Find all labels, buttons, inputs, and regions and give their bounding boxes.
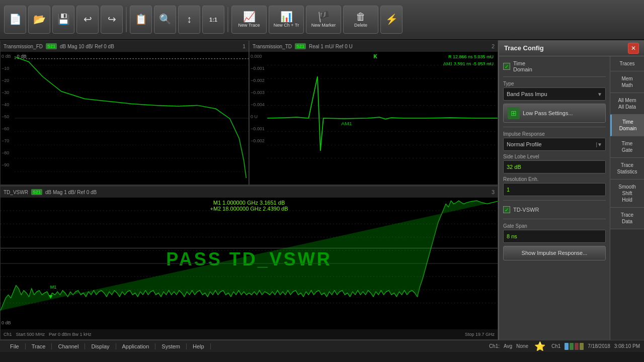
top-charts-row: Transmission_FD S21 dB Mag 10 dB/ Ref 0 … (0, 40, 498, 186)
menu-display[interactable]: Display (85, 343, 116, 349)
star-icon: ⭐ (534, 341, 545, 352)
toolbar: 📄 📂 💾 ↩ ↪ 📋 🔍 ↕ 1:1 📈 New Trace 📊 New Ch… (0, 0, 644, 40)
new-trace-icon: 📈 (243, 12, 256, 22)
type-select[interactable]: Band Pass Impu ▼ (503, 87, 606, 101)
sidebar-all-mem-button[interactable]: All MemAll Data (610, 93, 644, 115)
td-vswr-label: TD-VSWR (513, 207, 539, 213)
new-ch-tr-label: New Ch + Tr (274, 23, 299, 28)
panel-header: Trace Config ✕ (499, 40, 644, 56)
status-ch: Ch1: (489, 343, 500, 349)
normal-profile-value: Normal Profile (507, 141, 596, 147)
toolbar-separator (126, 7, 127, 32)
sidebar-trace-statistics-button[interactable]: TraceStatistics (610, 158, 644, 179)
new-file-button[interactable]: 📄 (4, 6, 26, 34)
channel-indicator (565, 343, 584, 350)
sidebar-smooth-shift-hold-button[interactable]: SmoothShiftHold (610, 179, 644, 208)
main-area: Transmission_FD S21 dB Mag 10 dB/ Ref 0 … (0, 40, 644, 340)
type-value: Band Pass Impu (507, 91, 597, 97)
chart-fd-body: 0 dB −10 −20 −30 −40 −50 −60 −70 −80 −90 (1, 52, 249, 185)
impulse-profile-select[interactable]: Normal Profile |▼ (503, 138, 606, 151)
chart-fd-header: Transmission_FD S21 dB Mag 10 dB/ Ref 0 … (1, 41, 249, 52)
new-marker-label: New Marker (311, 23, 336, 28)
save-icon: 💾 (57, 14, 70, 24)
chart-transmission-td[interactable]: Transmission_TD S21 Real 1 mU/ Ref 0 U 2… (249, 40, 498, 185)
show-impulse-button[interactable]: Show Impulse Response... (503, 246, 606, 260)
td-vswr-checkbox[interactable]: ✓ (503, 206, 510, 213)
chart-td-badge: S21 (295, 43, 306, 49)
status-bar: File Trace Channel Display Application S… (0, 340, 644, 352)
config-sidebar: Traces MemMath All MemAll Data TimeDomai… (610, 56, 644, 340)
type-label: Type (503, 81, 606, 86)
menu-system[interactable]: System (155, 343, 187, 349)
all-mem-label: All MemAll Data (618, 98, 636, 110)
sidebar-mem-math-button[interactable]: MemMath (610, 71, 644, 93)
gate-span-input[interactable] (503, 230, 606, 243)
mem-math-label: MemMath (621, 76, 632, 88)
zoom-icon: 🔍 (159, 14, 172, 24)
menu-channel[interactable]: Channel (52, 343, 85, 349)
time-domain-checkbox[interactable]: ✓ (503, 63, 510, 70)
type-row: Type Band Pass Impu ▼ (503, 81, 606, 101)
status-ch1: Ch1 (551, 343, 560, 349)
traces-label: Traces (619, 61, 634, 66)
redo-button[interactable]: ↪ (101, 6, 123, 34)
zoom-button[interactable]: 🔍 (154, 6, 176, 34)
calibrate-button[interactable]: 📋 (130, 6, 152, 34)
time-gate-label: TimeGate (622, 141, 633, 153)
sidebar-trace-data-button[interactable]: TraceData (610, 208, 644, 229)
delete-button[interactable]: 🗑 Delete (343, 6, 378, 34)
panel-title: Trace Config (504, 44, 544, 52)
menu-trace[interactable]: Trace (26, 343, 52, 349)
divider-2 (503, 127, 606, 127)
resolution-input[interactable] (503, 183, 606, 196)
chart-vswr-header: TD_VSWR S21 dB Mag 1 dB/ Ref 0 dB 3 (1, 187, 498, 198)
new-ch-tr-button[interactable]: 📊 New Ch + Tr (269, 6, 304, 34)
redo-icon: ↪ (108, 14, 116, 24)
one-to-one-button[interactable]: 1:1 (202, 6, 224, 34)
chart-vswr-footer: Ch1 Start 500 MHz Pwr 0 dBm Bw 1 kHz Sto… (1, 329, 498, 339)
undo-button[interactable]: ↩ (76, 6, 99, 34)
panel-close-button[interactable]: ✕ (628, 43, 639, 54)
chart-vswr-svg (1, 198, 498, 329)
chart-transmission-fd[interactable]: Transmission_FD S21 dB Mag 10 dB/ Ref 0 … (0, 40, 249, 185)
time-domain-label: TimeDomain (513, 60, 532, 72)
chart-fd-footer: Ch1 Start 500 MHz Pwr 0 dBm Bw 1 kHz Sto… (1, 185, 249, 185)
new-trace-button[interactable]: 📈 New Trace (231, 6, 267, 34)
chart-td-footer: Ch1 Transmission_TD Start -1 ns Time Dom… (250, 185, 498, 185)
vswr-ch1: Ch1 (4, 332, 12, 337)
gate-span-label: Gate Span (503, 223, 606, 229)
power-button[interactable]: ⚡ (380, 6, 403, 34)
new-file-icon: 📄 (9, 14, 22, 24)
marker-zoom-button[interactable]: ↕ (178, 6, 200, 34)
chart-vswr-num: 3 (492, 189, 495, 195)
new-marker-icon: 🏴 (317, 12, 330, 22)
menu-file[interactable]: File (4, 343, 26, 349)
status-date: 7/18/2018 (588, 343, 610, 349)
chart-td-vswr[interactable]: TD_VSWR S21 dB Mag 1 dB/ Ref 0 dB 3 M1 1… (0, 186, 498, 340)
divider-1 (503, 76, 606, 77)
sidebar-time-domain-button[interactable]: TimeDomain (610, 115, 644, 136)
menu-application[interactable]: Application (116, 343, 156, 349)
chart-td-params: Real 1 mU/ Ref 0 U (309, 44, 353, 49)
save-button[interactable]: 💾 (52, 6, 74, 34)
vswr-stop: Stop 19.7 GHz (465, 332, 495, 337)
low-pass-button[interactable]: ⊞ Low Pass Settings... (503, 104, 606, 123)
open-button[interactable]: 📂 (28, 6, 50, 34)
delete-label: Delete (354, 23, 367, 28)
new-marker-button[interactable]: 🏴 New Marker (306, 6, 341, 34)
vswr-start: Start 500 MHz (16, 332, 45, 337)
side-lobe-label: Side Lobe Level (503, 154, 606, 159)
chart-td-svg: AM1 (250, 52, 498, 185)
side-lobe-input[interactable] (503, 160, 606, 173)
open-icon: 📂 (33, 14, 46, 24)
chart-vswr-badge: S21 (31, 189, 42, 195)
profile-arrow-icon: |▼ (596, 142, 603, 147)
sidebar-traces-button[interactable]: Traces (610, 56, 644, 71)
power-icon: ⚡ (385, 14, 398, 24)
chart-fd-svg: 0 dB (1, 52, 249, 185)
sidebar-time-gate-button[interactable]: TimeGate (610, 136, 644, 158)
chart-fd-num: 1 (243, 43, 246, 49)
time-domain-sidebar-label: TimeDomain (619, 119, 636, 131)
type-arrow-icon: ▼ (597, 92, 602, 97)
menu-help[interactable]: Help (187, 343, 211, 349)
